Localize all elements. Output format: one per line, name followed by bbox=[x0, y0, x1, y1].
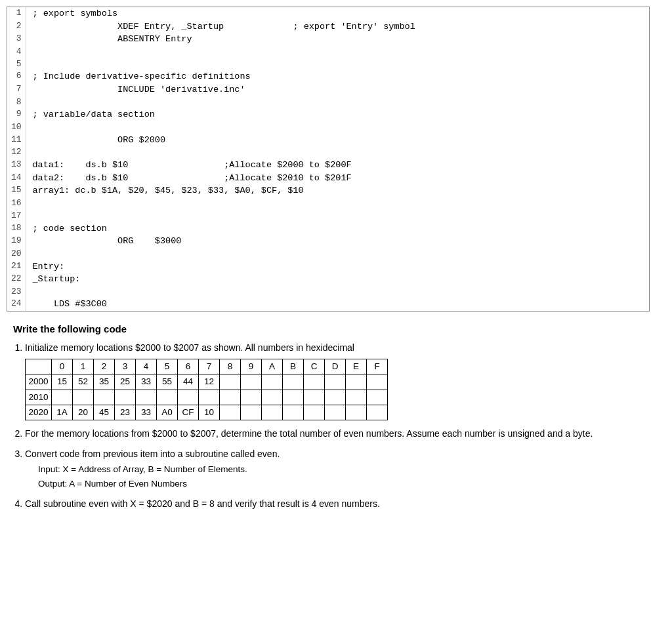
line-number: 6 bbox=[7, 70, 26, 83]
mem-col-header: 5 bbox=[157, 359, 178, 374]
mem-col-header: A bbox=[262, 359, 283, 374]
mem-cell: 52 bbox=[73, 374, 94, 390]
code-line: 11 ORG $2000 bbox=[7, 134, 649, 147]
line-number: 24 bbox=[7, 298, 26, 311]
code-line: 16 bbox=[7, 197, 649, 210]
mem-cell bbox=[157, 390, 178, 405]
mem-cell bbox=[346, 390, 367, 405]
instructions-section: Write the following code Initialize memo… bbox=[7, 323, 650, 511]
mem-address: 2000 bbox=[26, 374, 52, 390]
line-content: _Startup: bbox=[26, 273, 649, 286]
line-number: 7 bbox=[7, 83, 26, 96]
mem-cell bbox=[304, 390, 325, 405]
mem-cell: 33 bbox=[136, 405, 157, 420]
instruction-item-4: Call subroutine even with X = $2020 and … bbox=[25, 497, 643, 511]
mem-cell bbox=[220, 374, 241, 390]
mem-cell bbox=[367, 374, 388, 390]
line-content bbox=[26, 210, 649, 222]
mem-cell bbox=[325, 374, 346, 390]
mem-cell bbox=[346, 374, 367, 390]
line-number: 14 bbox=[7, 172, 26, 185]
line-content: LDS #$3C00 bbox=[26, 298, 649, 311]
mem-cell bbox=[367, 405, 388, 420]
line-content bbox=[26, 121, 649, 134]
instructions-heading: Write the following code bbox=[13, 323, 643, 334]
line-content: data2: ds.b $10 ;Allocate $2010 to $201F bbox=[26, 172, 649, 185]
mem-cell: 25 bbox=[115, 374, 136, 390]
mem-cell bbox=[262, 374, 283, 390]
mem-cell: 55 bbox=[157, 374, 178, 390]
line-content: Entry: bbox=[26, 260, 649, 273]
mem-cell: 33 bbox=[136, 374, 157, 390]
code-line: 5 bbox=[7, 58, 649, 71]
line-content bbox=[26, 58, 649, 71]
mem-col-header: B bbox=[283, 359, 304, 374]
instruction-3-subitems: Input: X = Address of Array, B = Number … bbox=[25, 462, 643, 491]
mem-cell: 20 bbox=[73, 405, 94, 420]
code-line: 8 bbox=[7, 96, 649, 109]
mem-cell: 45 bbox=[94, 405, 115, 420]
mem-col-header: 6 bbox=[178, 359, 199, 374]
mem-cell: 10 bbox=[199, 405, 220, 420]
mem-cell: 23 bbox=[115, 405, 136, 420]
mem-cell bbox=[283, 390, 304, 405]
line-content: ABSENTRY Entry bbox=[26, 33, 649, 46]
mem-cell bbox=[220, 405, 241, 420]
line-number: 11 bbox=[7, 134, 26, 147]
line-number: 22 bbox=[7, 273, 26, 286]
code-line: 12 bbox=[7, 146, 649, 159]
instruction-item-2: For the memory locations from $2000 to $… bbox=[25, 427, 643, 441]
line-content: INCLUDE 'derivative.inc' bbox=[26, 83, 649, 96]
line-number: 2 bbox=[7, 20, 26, 33]
mem-cell: 1A bbox=[52, 405, 73, 420]
line-number: 15 bbox=[7, 184, 26, 197]
line-number: 17 bbox=[7, 210, 26, 222]
code-line: 23 bbox=[7, 286, 649, 298]
code-line: 7 INCLUDE 'derivative.inc' bbox=[7, 83, 649, 96]
mem-col-header: D bbox=[325, 359, 346, 374]
line-content bbox=[26, 46, 649, 58]
mem-cell bbox=[262, 390, 283, 405]
mem-col-header: F bbox=[367, 359, 388, 374]
mem-cell: 15 bbox=[52, 374, 73, 390]
mem-col-header: 0 bbox=[52, 359, 73, 374]
mem-cell bbox=[262, 405, 283, 420]
mem-cell bbox=[52, 390, 73, 405]
instruction-1-text: Initialize memory locations $2000 to $20… bbox=[25, 342, 354, 353]
code-line: 10 bbox=[7, 121, 649, 134]
mem-cell: 12 bbox=[199, 374, 220, 390]
mem-addr-header bbox=[26, 359, 52, 374]
mem-cell bbox=[367, 390, 388, 405]
line-number: 5 bbox=[7, 58, 26, 71]
instruction-item-3: Convert code from previous item into a s… bbox=[25, 447, 643, 491]
mem-col-header: E bbox=[346, 359, 367, 374]
code-line: 2 XDEF Entry, _Startup ; export 'Entry' … bbox=[7, 20, 649, 33]
line-number: 13 bbox=[7, 159, 26, 172]
subitem-input: Input: X = Address of Array, B = Number … bbox=[38, 462, 643, 477]
code-line: 22_Startup: bbox=[7, 273, 649, 286]
code-line: 21Entry: bbox=[7, 260, 649, 273]
line-content bbox=[26, 248, 649, 260]
code-line: 15array1: dc.b $1A, $20, $45, $23, $33, … bbox=[7, 184, 649, 197]
mem-col-header: 9 bbox=[241, 359, 262, 374]
code-line: 1; export symbols bbox=[7, 7, 649, 20]
mem-cell: 35 bbox=[94, 374, 115, 390]
mem-col-header: 4 bbox=[136, 359, 157, 374]
instruction-2-text: For the memory locations from $2000 to $… bbox=[25, 428, 593, 439]
code-editor: 1; export symbols2 XDEF Entry, _Startup … bbox=[7, 7, 650, 312]
line-content: ; variable/data section bbox=[26, 108, 649, 121]
line-number: 19 bbox=[7, 235, 26, 248]
instruction-4-text: Call subroutine even with X = $2020 and … bbox=[25, 498, 380, 509]
line-number: 4 bbox=[7, 46, 26, 58]
line-content: ORG $2000 bbox=[26, 134, 649, 147]
code-line: 4 bbox=[7, 46, 649, 58]
mem-row: 20001552352533554412 bbox=[26, 374, 388, 390]
line-number: 9 bbox=[7, 108, 26, 121]
line-content: array1: dc.b $1A, $20, $45, $23, $33, $A… bbox=[26, 184, 649, 197]
code-line: 6; Include derivative-specific definitio… bbox=[7, 70, 649, 83]
line-number: 16 bbox=[7, 197, 26, 210]
mem-cell bbox=[304, 374, 325, 390]
mem-cell bbox=[241, 405, 262, 420]
line-number: 3 bbox=[7, 33, 26, 46]
mem-cell: CF bbox=[178, 405, 199, 420]
